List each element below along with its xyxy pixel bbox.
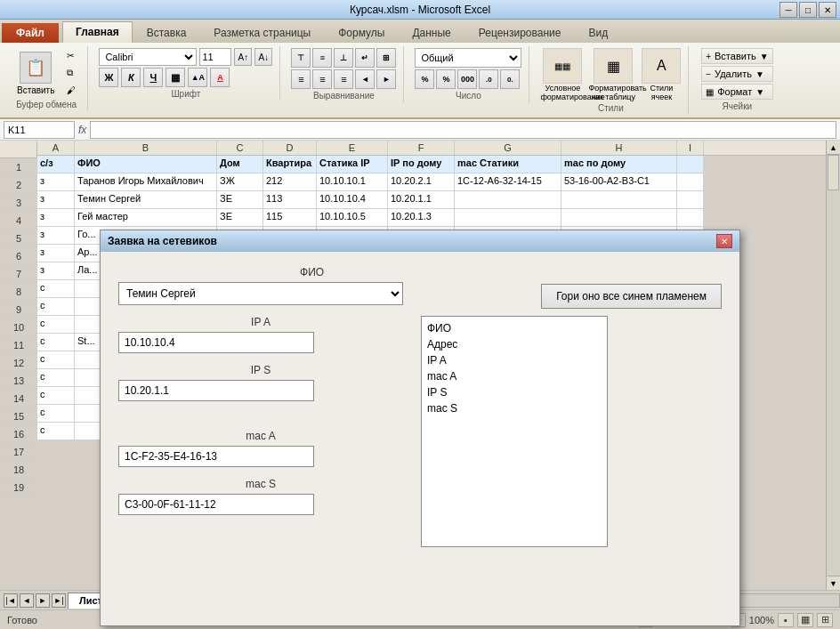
- row-header-17[interactable]: 17: [0, 443, 37, 461]
- sheet-nav-last[interactable]: ►|: [52, 593, 66, 608]
- sheet-nav-next[interactable]: ►: [36, 593, 50, 608]
- tab-data[interactable]: Данные: [399, 22, 464, 43]
- comma-button[interactable]: 000: [457, 69, 477, 89]
- cell-r4-c1[interactable]: Гей мастер: [75, 209, 217, 226]
- normal-view-button[interactable]: ▪: [778, 613, 794, 627]
- cell-r2-c3[interactable]: 212: [263, 173, 317, 190]
- align-left-button[interactable]: ≡: [291, 69, 311, 89]
- col-header-e[interactable]: E: [317, 141, 388, 155]
- ip-a-input[interactable]: [118, 332, 314, 353]
- row-header-18[interactable]: 18: [0, 461, 37, 479]
- cell-r2-c6[interactable]: 1С-12-А6-32-14-15: [455, 173, 561, 190]
- accounting-format-button[interactable]: %: [415, 69, 434, 89]
- format-cells-button[interactable]: ▦ Формат ▼: [701, 84, 772, 100]
- header-cell-6[interactable]: mac Статики: [455, 156, 561, 173]
- cell-r14-c0[interactable]: с: [37, 387, 75, 404]
- format-painter-button[interactable]: 🖌: [62, 83, 80, 98]
- cell-r3-c7[interactable]: [561, 191, 677, 208]
- cell-r11-c0[interactable]: с: [37, 334, 75, 351]
- tab-view[interactable]: Вид: [575, 22, 621, 43]
- cell-r6-c0[interactable]: з: [37, 245, 75, 262]
- cut-button[interactable]: ✂: [62, 48, 80, 63]
- row-header-3[interactable]: 3: [0, 194, 37, 212]
- cell-r4-c2[interactable]: ЗЕ: [217, 209, 263, 226]
- tab-review[interactable]: Рецензирование: [465, 22, 575, 43]
- vertical-scrollbar[interactable]: ▲ ▼: [826, 141, 840, 590]
- page-break-view-button[interactable]: ⊞: [817, 613, 833, 627]
- underline-button[interactable]: Ч: [143, 68, 163, 87]
- cell-styles-button[interactable]: A Стили ячеек: [642, 48, 681, 101]
- italic-button[interactable]: К: [121, 68, 141, 87]
- bold-button[interactable]: Ж: [99, 68, 118, 87]
- row-header-9[interactable]: 9: [0, 301, 37, 319]
- tab-insert[interactable]: Вставка: [133, 22, 200, 43]
- maximize-button[interactable]: □: [799, 2, 817, 18]
- cell-r3-c1[interactable]: Темин Сергей: [75, 191, 217, 208]
- insert-cells-button[interactable]: + Вставить ▼: [701, 48, 772, 64]
- cell-r2-c5[interactable]: 10.20.2.1: [388, 173, 455, 190]
- cell-r2-c0[interactable]: з: [37, 173, 75, 190]
- font-size-increase-button[interactable]: A↑: [234, 48, 252, 66]
- formula-input[interactable]: [90, 121, 836, 139]
- number-format-select[interactable]: Общий: [415, 48, 521, 68]
- format-table-button[interactable]: ▦ Форматировать как таблицу: [588, 48, 638, 101]
- cell-r3-c3[interactable]: 113: [263, 191, 317, 208]
- sheet-nav-prev[interactable]: ◄: [20, 593, 34, 608]
- listbox-item-macs[interactable]: mac S: [427, 400, 602, 416]
- dialog-close-button[interactable]: ✕: [716, 234, 732, 248]
- indent-increase-button[interactable]: ►: [376, 69, 396, 89]
- scroll-up-button[interactable]: ▲: [827, 141, 840, 155]
- col-header-c[interactable]: C: [217, 141, 263, 155]
- cell-r3-c0[interactable]: з: [37, 191, 75, 208]
- align-top-button[interactable]: ⊤: [291, 48, 311, 68]
- percent-button[interactable]: %: [436, 69, 456, 89]
- row-header-10[interactable]: 10: [0, 319, 37, 336]
- output-listbox[interactable]: ФИО Адрес IP A mac A IP S mac S: [421, 316, 608, 547]
- window-controls[interactable]: ─ □ ✕: [779, 2, 836, 18]
- fill-color-button[interactable]: ▲A: [188, 68, 207, 87]
- cell-r3-c4[interactable]: 10.10.10.4: [317, 191, 388, 208]
- cell-r16-c0[interactable]: с: [37, 423, 75, 439]
- cell-r10-c0[interactable]: с: [37, 316, 75, 333]
- cell-r12-c0[interactable]: с: [37, 351, 75, 368]
- row-header-8[interactable]: 8: [0, 283, 37, 301]
- cell-r3-c6[interactable]: [455, 191, 561, 208]
- cell-r4-ci[interactable]: [677, 209, 704, 226]
- cell-r3-c2[interactable]: ЗЕ: [217, 191, 263, 208]
- mac-a-input[interactable]: [118, 446, 314, 467]
- page-layout-view-button[interactable]: ▦: [797, 613, 813, 627]
- ip-s-input[interactable]: [118, 380, 314, 401]
- row-header-16[interactable]: 16: [0, 425, 37, 443]
- close-button[interactable]: ✕: [819, 2, 836, 18]
- row-header-2[interactable]: 2: [0, 176, 37, 194]
- header-cell-4[interactable]: Статика IP: [317, 156, 388, 173]
- row-header-12[interactable]: 12: [0, 354, 37, 372]
- tab-file[interactable]: Файл: [2, 23, 59, 43]
- wrap-text-button[interactable]: ↵: [355, 48, 375, 68]
- cell-reference-input[interactable]: [4, 121, 75, 139]
- row-header-6[interactable]: 6: [0, 247, 37, 265]
- delete-cells-button[interactable]: − Удалить ▼: [701, 66, 772, 82]
- header-cell-5[interactable]: IP по дому: [388, 156, 455, 173]
- col-header-d[interactable]: D: [263, 141, 317, 155]
- align-right-button[interactable]: ≡: [334, 69, 353, 89]
- scroll-track-v[interactable]: [827, 155, 840, 576]
- merge-button[interactable]: ⊞: [376, 48, 396, 68]
- cell-r15-c0[interactable]: с: [37, 405, 75, 422]
- align-bottom-button[interactable]: ⊥: [334, 48, 353, 68]
- copy-button[interactable]: ⧉: [62, 65, 80, 81]
- cell-r2-c7[interactable]: 53-16-00-А2-В3-С1: [561, 173, 677, 190]
- align-center-button[interactable]: ≡: [312, 69, 332, 89]
- cell-r4-c6[interactable]: [455, 209, 561, 226]
- cell-r2-c1[interactable]: Таранов Игорь Михайлович: [75, 173, 217, 190]
- col-header-i[interactable]: I: [677, 141, 704, 155]
- cell-r4-c3[interactable]: 115: [263, 209, 317, 226]
- decrease-decimal-button[interactable]: 0.: [500, 69, 520, 89]
- cell-r4-c4[interactable]: 10.10.10.5: [317, 209, 388, 226]
- listbox-item-ips[interactable]: IP S: [427, 384, 602, 400]
- cell-r4-c0[interactable]: з: [37, 209, 75, 226]
- cell-r2-ci[interactable]: [677, 173, 704, 190]
- row-header-7[interactable]: 7: [0, 265, 37, 283]
- row-header-4[interactable]: 4: [0, 212, 37, 230]
- cell-r5-c0[interactable]: з: [37, 227, 75, 244]
